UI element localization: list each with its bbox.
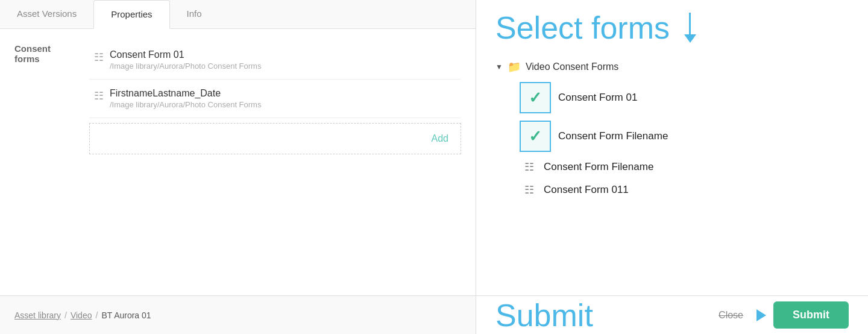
form-name-2: FirstnameLastname_Date	[110, 88, 261, 99]
check-icon-1: ✓	[529, 89, 542, 107]
tree-folder[interactable]: ▼ 📁 Video Consent Forms	[495, 55, 849, 78]
tree-item-checked-2: ✓ Consent Form Filename	[520, 117, 849, 156]
bottom-bar: Asset library / Video / BT Aurora 01 Sub…	[0, 295, 868, 334]
breadcrumb-sep-2: /	[95, 310, 98, 320]
right-panel: Select forms ▼ 📁 Video Consent Forms ✓ C…	[476, 0, 868, 295]
tab-properties[interactable]: Properties	[93, 0, 169, 29]
tree-item-checked-1: ✓ Consent Form 01	[520, 78, 849, 117]
unchecked-item-name-2: Consent Form 011	[544, 184, 629, 196]
breadcrumb-sep-1: /	[64, 310, 67, 320]
folder-icon: 📁	[508, 60, 521, 74]
add-area: Add	[89, 123, 461, 154]
arrow-shaft	[689, 13, 691, 34]
down-arrow-indicator	[684, 13, 696, 43]
arrow-head	[684, 34, 696, 43]
bottom-right: Submit Close Submit	[476, 296, 868, 334]
submit-label: Submit	[495, 297, 593, 333]
form-item-1: ☷ Consent Form 01 /Image library/Aurora/…	[89, 41, 461, 80]
form-doc-icon-1: ☷	[94, 51, 104, 64]
submit-button[interactable]: Submit	[773, 301, 849, 329]
right-arrow-icon	[756, 309, 766, 321]
form-path-1: /Image library/Aurora/Photo Consent Form…	[110, 61, 261, 71]
doc-icon-unchecked-1: ☷	[524, 160, 534, 174]
form-doc-icon-2: ☷	[94, 89, 104, 102]
checked-item-name-2: Consent Form Filename	[558, 130, 668, 142]
form-name-1: Consent Form 01	[110, 49, 261, 60]
add-button[interactable]: Add	[432, 133, 448, 144]
tree-item-unchecked-1: ☷ Consent Form Filename	[522, 156, 849, 178]
tree-items: ✓ Consent Form 01 ✓ Consent Form Filenam…	[520, 78, 849, 201]
checkbox-1[interactable]: ✓	[520, 82, 551, 113]
doc-icon-unchecked-2: ☷	[524, 183, 534, 197]
bottom-left: Asset library / Video / BT Aurora 01	[0, 296, 476, 334]
main-container: Asset Versions Properties Info Consent f…	[0, 0, 868, 295]
unchecked-item-name-1: Consent Form Filename	[544, 161, 653, 173]
form-path-2: /Image library/Aurora/Photo Consent Form…	[110, 100, 261, 109]
checked-item-name-1: Consent Form 01	[558, 92, 637, 104]
breadcrumb-current: BT Aurora 01	[101, 310, 151, 320]
checkbox-2[interactable]: ✓	[520, 121, 551, 152]
form-info-2: FirstnameLastname_Date /Image library/Au…	[110, 88, 261, 109]
folder-name: Video Consent Forms	[526, 61, 618, 72]
forms-list: ☷ Consent Form 01 /Image library/Aurora/…	[89, 41, 461, 283]
breadcrumb-video[interactable]: Video	[71, 310, 92, 320]
tree-container: ▼ 📁 Video Consent Forms ✓ Consent Form 0…	[476, 51, 868, 295]
tab-info[interactable]: Info	[170, 0, 219, 28]
action-buttons: Close Submit	[706, 301, 849, 329]
select-forms-heading: Select forms	[495, 10, 670, 46]
form-item-2: ☷ FirstnameLastname_Date /Image library/…	[89, 80, 461, 118]
form-info-1: Consent Form 01 /Image library/Aurora/Ph…	[110, 49, 261, 71]
select-forms-title-row: Select forms	[476, 0, 868, 51]
tree-item-unchecked-2: ☷ Consent Form 011	[522, 178, 849, 201]
content-area: Consent forms ☷ Consent Form 01 /Image l…	[0, 29, 476, 295]
close-button[interactable]: Close	[706, 304, 755, 327]
tab-asset-versions[interactable]: Asset Versions	[0, 0, 93, 28]
breadcrumb-library[interactable]: Asset library	[14, 310, 61, 320]
tree-toggle-icon: ▼	[495, 63, 503, 71]
consent-forms-label: Consent forms	[14, 41, 75, 283]
check-icon-2: ✓	[529, 127, 542, 146]
left-panel: Asset Versions Properties Info Consent f…	[0, 0, 476, 295]
tabs-bar: Asset Versions Properties Info	[0, 0, 476, 29]
